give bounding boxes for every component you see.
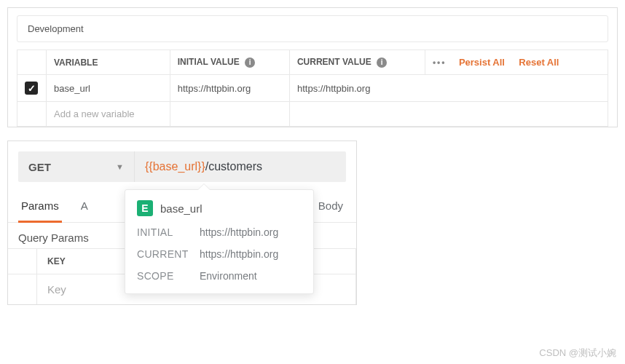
url-path: /customers	[205, 160, 262, 173]
environment-panel: Development VARIABLE INITIAL VALUE i CUR…	[7, 7, 618, 127]
add-initial-empty[interactable]	[170, 102, 289, 127]
tooltip-scope-label: SCOPE	[137, 270, 200, 282]
table-row-add[interactable]: Add a new variable	[17, 102, 608, 127]
tooltip-initial-label: INITIAL	[137, 226, 200, 238]
add-variable-input[interactable]: Add a new variable	[47, 102, 170, 127]
tab-body[interactable]: Body	[315, 192, 346, 222]
tab-authorization-truncated[interactable]: A	[78, 192, 91, 222]
col-current-value: CURRENT VALUE i	[289, 50, 425, 75]
actions-header: ••• Persist All Reset All	[425, 50, 608, 75]
row-checkbox-cell[interactable]: ✓	[17, 75, 47, 102]
col-current-label: CURRENT VALUE	[297, 57, 372, 67]
kv-spacer	[8, 249, 37, 274]
method-select[interactable]: GET ▼	[18, 151, 135, 182]
col-initial-value: INITIAL VALUE i	[170, 50, 289, 75]
tooltip-header: E base_url	[137, 200, 302, 216]
more-actions-button[interactable]: •••	[433, 58, 447, 68]
tab-params[interactable]: Params	[18, 192, 62, 223]
persist-all-button[interactable]: Persist All	[459, 57, 505, 68]
reset-all-button[interactable]: Reset All	[519, 57, 559, 68]
info-icon[interactable]: i	[377, 58, 387, 68]
checkbox-icon[interactable]: ✓	[25, 82, 38, 95]
chevron-down-icon: ▼	[116, 162, 124, 171]
current-value-cell[interactable]: https://httpbin.org	[289, 75, 608, 102]
environment-title[interactable]: Development	[17, 15, 608, 42]
info-icon[interactable]: i	[245, 58, 255, 68]
col-initial-label: INITIAL VALUE	[178, 57, 240, 67]
table-row: ✓ base_url https://httpbin.org https://h…	[17, 75, 608, 102]
tooltip-current-value: https://httpbin.org	[200, 248, 302, 260]
tooltip-current-label: CURRENT	[137, 248, 200, 260]
tooltip-grid: INITIAL https://httpbin.org CURRENT http…	[137, 226, 302, 282]
initial-value-cell[interactable]: https://httpbin.org	[170, 75, 289, 102]
checkbox-header	[17, 50, 47, 75]
tooltip-scope-value: Environment	[200, 270, 302, 282]
col-variable: VARIABLE	[47, 50, 170, 75]
variables-table: VARIABLE INITIAL VALUE i CURRENT VALUE i…	[17, 50, 608, 127]
tooltip-variable-name: base_url	[160, 202, 203, 215]
env-badge-icon: E	[137, 200, 153, 216]
request-panel: GET ▼ {{base_url}}/customers E base_url …	[7, 141, 357, 305]
method-label: GET	[28, 161, 51, 173]
kv-spacer	[8, 274, 37, 304]
variable-name-cell[interactable]: base_url	[47, 75, 170, 102]
url-input[interactable]: {{base_url}}/customers	[135, 151, 346, 182]
add-current-empty[interactable]	[289, 102, 608, 127]
variable-tooltip: E base_url INITIAL https://httpbin.org C…	[125, 189, 314, 294]
row-checkbox-cell-empty	[17, 102, 47, 127]
request-line: GET ▼ {{base_url}}/customers	[18, 151, 346, 182]
tooltip-initial-value: https://httpbin.org	[200, 226, 302, 238]
url-variable-token: {{base_url}}	[145, 160, 205, 173]
